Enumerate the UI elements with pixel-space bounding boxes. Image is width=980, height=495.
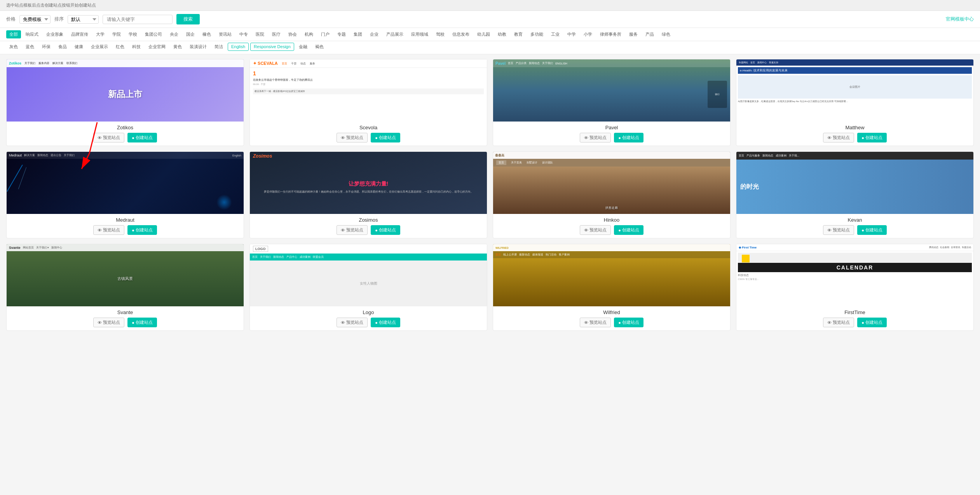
- tag-finance[interactable]: 金融: [296, 43, 310, 51]
- tag-state-enterprise[interactable]: 国企: [183, 30, 198, 38]
- create-btn-pavel[interactable]: ● 创建站点: [614, 133, 643, 142]
- tag-info[interactable]: 信息发布: [449, 30, 473, 38]
- create-btn-kevan[interactable]: ● 创建站点: [857, 225, 887, 235]
- tag-law-firm[interactable]: 律师事务所: [597, 30, 624, 38]
- tag-health[interactable]: 健康: [71, 43, 86, 51]
- preview-btn-matthew[interactable]: 👁 预览站点: [823, 133, 854, 142]
- template-card-kevan[interactable]: 首页产品与服务新闻动态成功案例关于我... 的时光 Kevan 👁 预览站点 ●: [736, 151, 974, 238]
- tag-blue[interactable]: 蓝色: [23, 43, 37, 51]
- preview-btn-svante[interactable]: 👁 预览站点: [93, 318, 124, 327]
- tag-corp-image[interactable]: 企业形象: [43, 30, 66, 38]
- tag-special[interactable]: 专题: [334, 30, 349, 38]
- tag-industrial[interactable]: 工业: [548, 30, 563, 38]
- preview-btn-firsttime[interactable]: 👁 预览站点: [823, 318, 854, 327]
- tag-news-site[interactable]: 资讯站: [216, 30, 235, 38]
- tag-yellow[interactable]: 黄色: [170, 43, 185, 51]
- create-btn-firsttime[interactable]: ● 创建站点: [857, 318, 887, 327]
- tag-simple[interactable]: 简洁: [211, 43, 226, 51]
- sort-label: 排序: [54, 16, 64, 23]
- create-btn-logo[interactable]: ● 创建站点: [371, 318, 400, 327]
- tag-eco[interactable]: 环保: [39, 43, 54, 51]
- tag-food[interactable]: 食品: [55, 43, 70, 51]
- tag-red[interactable]: 红色: [113, 43, 127, 51]
- tag-responsive[interactable]: 响应式: [23, 30, 42, 38]
- preview-btn-scevola[interactable]: 👁 预览站点: [337, 133, 368, 142]
- preview-btn-kevan[interactable]: 👁 预览站点: [823, 225, 854, 235]
- tag-primary-school[interactable]: 小学: [581, 30, 595, 38]
- tag-green[interactable]: 绿色: [659, 30, 673, 38]
- tag-school[interactable]: 学校: [126, 30, 140, 38]
- preview-btn-wilfried[interactable]: 👁 预览站点: [580, 318, 611, 327]
- tag-corp-site[interactable]: 企业官网: [145, 43, 169, 51]
- template-card-scevola[interactable]: ✦ SCEVALA 首页干货动态服务 1 在政务云市场这个香饽饽面前，牛足了劲的…: [249, 59, 487, 146]
- template-card-svante[interactable]: Svante 网站首页关于我们 ▾新闻中心 古镇风景 Svante 👁 预览站点: [6, 244, 244, 331]
- tag-rubber[interactable]: 橡色: [199, 30, 214, 38]
- tag-grey[interactable]: 灰色: [6, 43, 21, 51]
- preview-btn-pavel[interactable]: 👁 预览站点: [580, 133, 611, 142]
- sort-select[interactable]: 默认 最新 热门: [68, 15, 99, 24]
- tag-service[interactable]: 服务: [626, 30, 641, 38]
- tag-college[interactable]: 学院: [109, 30, 124, 38]
- preview-btn-medraut[interactable]: 👁 预览站点: [93, 225, 124, 235]
- tag-corp-display[interactable]: 企业展示: [88, 43, 111, 51]
- tag-preschool[interactable]: 幼教: [495, 30, 509, 38]
- tag-driving[interactable]: 驾校: [433, 30, 448, 38]
- search-input[interactable]: [103, 15, 173, 24]
- card-title-hinkoo: Hinkoo: [497, 217, 726, 223]
- card-title-medraut: Medraut: [10, 217, 240, 223]
- create-btn-svante[interactable]: ● 创建站点: [127, 318, 157, 327]
- tag-group-company[interactable]: 集团公司: [142, 30, 165, 38]
- card-title-firsttime: FirstTime: [740, 309, 970, 315]
- template-card-zotikos[interactable]: Zotikos 关于我们服务内容解决方案联系我们 新品上市 Zotikos 👁 …: [6, 59, 244, 146]
- tag-responsive-design[interactable]: Responsive Design: [250, 43, 294, 51]
- search-button[interactable]: 搜索: [176, 14, 200, 24]
- tag-all[interactable]: 全部: [6, 30, 21, 38]
- official-link[interactable]: 官网模板中心: [946, 16, 974, 23]
- template-card-logo[interactable]: LOGO 首页关于我们新闻动态产品中心成功案例联盟会员 女性人物图 Logo 👁…: [249, 244, 487, 331]
- create-btn-hinkoo[interactable]: ● 创建站点: [614, 225, 643, 235]
- preview-btn-logo[interactable]: 👁 预览站点: [337, 318, 368, 327]
- template-card-matthew[interactable]: 专题网站首页新闻中心客服支持 e-Health: 技术和应用的发展与未来 会议图…: [736, 59, 974, 146]
- create-btn-zotikos[interactable]: ● 创建站点: [127, 133, 157, 142]
- tag-english[interactable]: English: [228, 43, 249, 51]
- tag-association[interactable]: 协会: [285, 30, 300, 38]
- create-btn-medraut[interactable]: ● 创建站点: [127, 225, 157, 235]
- template-card-firsttime[interactable]: ◈ First Time 腾讯动态社会新闻全球资讯专题活动 CALENDAR 科…: [736, 244, 974, 331]
- template-card-hinkoo[interactable]: 叠叠高 首页 关于赏美别墅设计设计团队 拱形走廊 Hinkoo: [493, 151, 731, 238]
- tag-decoration[interactable]: 装潢设计: [187, 43, 210, 51]
- template-card-zosimos[interactable]: Zosimos 让梦想充满力量! 梦是伴随我们一生行的不可能超越的精神力量！她始…: [249, 151, 487, 238]
- preview-btn-zotikos[interactable]: 👁 预览站点: [93, 133, 124, 142]
- tag-institution[interactable]: 机构: [302, 30, 316, 38]
- tag-medical[interactable]: 医疗: [269, 30, 284, 38]
- tag-hospital[interactable]: 医院: [253, 30, 267, 38]
- create-btn-wilfried[interactable]: ● 创建站点: [614, 318, 643, 327]
- tag-secondary[interactable]: 中专: [236, 30, 251, 38]
- card-title-scevola: Scevola: [254, 125, 483, 130]
- template-card-medraut[interactable]: Medraut 解决方案新闻动态退出公告关于我们English Medraut: [6, 151, 244, 238]
- tag-group[interactable]: 集团: [350, 30, 365, 38]
- tag-enterprise[interactable]: 企业: [367, 30, 382, 38]
- tag-kindergarten[interactable]: 幼儿园: [474, 30, 493, 38]
- tag-multifunction[interactable]: 多功能: [527, 30, 546, 38]
- card-title-zosimos: Zosimos: [254, 217, 483, 223]
- tag-education[interactable]: 教育: [511, 30, 526, 38]
- tag-tech[interactable]: 科技: [129, 43, 144, 51]
- tag-brand[interactable]: 品牌宣传: [68, 30, 91, 38]
- tag-central-enterprise[interactable]: 央企: [167, 30, 181, 38]
- create-btn-zosimos[interactable]: ● 创建站点: [371, 225, 400, 235]
- tag-middle-school[interactable]: 中学: [564, 30, 579, 38]
- tag-product-display[interactable]: 产品展示: [383, 30, 406, 38]
- template-card-pavel[interactable]: Pavel 首页产品分类新闻动态关于我们ENGLISH 骑行 Pavel 👁 预…: [493, 59, 731, 146]
- tag-product[interactable]: 产品: [642, 30, 657, 38]
- tag-portal[interactable]: 门户: [318, 30, 333, 38]
- price-select[interactable]: 免费模板 付费模板 全部: [19, 15, 51, 24]
- tag-application[interactable]: 应用领域: [408, 30, 431, 38]
- create-btn-matthew[interactable]: ● 创建站点: [857, 133, 887, 142]
- filter-bar: 价格 免费模板 付费模板 全部 排序 默认 最新 热门 搜索 官网模板中心: [0, 11, 980, 28]
- tag-brown[interactable]: 褐色: [312, 43, 327, 51]
- tag-university[interactable]: 大学: [93, 30, 108, 38]
- create-btn-scevola[interactable]: ● 创建站点: [371, 133, 400, 142]
- preview-btn-hinkoo[interactable]: 👁 预览站点: [580, 225, 611, 235]
- preview-btn-zosimos[interactable]: 👁 预览站点: [337, 225, 368, 235]
- template-card-wilfried[interactable]: WILFRIED 首页线上公开课最新动态媒体报道热门活动客户案例 Wilfrie…: [493, 244, 731, 331]
